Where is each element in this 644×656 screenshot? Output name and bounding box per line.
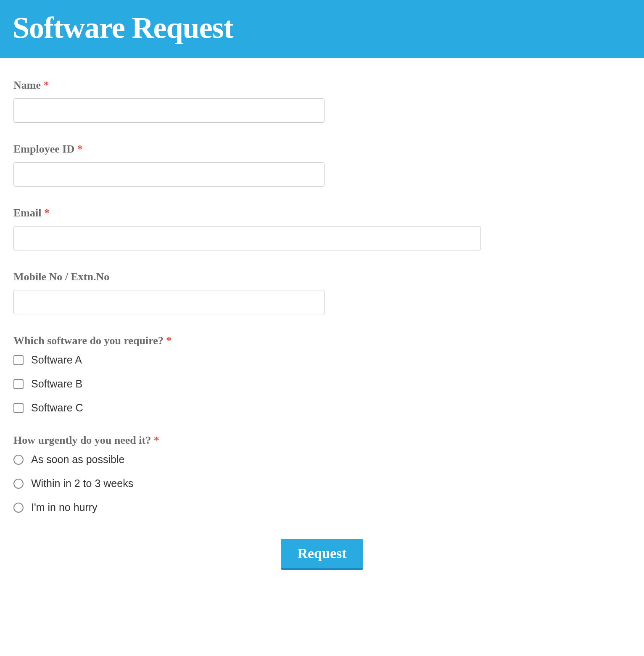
software-option-row: Software A <box>13 354 631 366</box>
employee-id-group: Employee ID * <box>13 143 631 187</box>
urgency-no-hurry-radio[interactable] <box>13 503 24 513</box>
software-option-row: Software C <box>13 402 631 414</box>
name-group: Name * <box>13 79 631 123</box>
software-c-label[interactable]: Software C <box>31 402 83 414</box>
urgency-asap-radio[interactable] <box>13 455 24 465</box>
email-label-text: Email <box>13 207 41 219</box>
required-indicator: * <box>44 207 50 219</box>
mobile-input[interactable] <box>13 290 325 314</box>
software-group: Which software do you require? * Softwar… <box>13 335 631 414</box>
software-c-checkbox[interactable] <box>13 403 24 413</box>
urgency-weeks-radio[interactable] <box>13 479 24 489</box>
email-group: Email * <box>13 207 631 250</box>
software-label: Which software do you require? * <box>13 335 631 347</box>
employee-id-label-text: Employee ID <box>13 143 74 155</box>
email-input[interactable] <box>13 226 481 250</box>
software-options: Software A Software B Software C <box>13 354 631 414</box>
urgency-label: How urgently do you need it? * <box>13 434 631 447</box>
email-label: Email * <box>13 207 631 219</box>
urgency-option-row: Within in 2 to 3 weeks <box>13 477 631 490</box>
software-a-label[interactable]: Software A <box>31 354 82 366</box>
mobile-group: Mobile No / Extn.No <box>13 271 631 314</box>
urgency-options: As soon as possible Within in 2 to 3 wee… <box>13 453 631 514</box>
required-indicator: * <box>166 335 172 347</box>
request-button[interactable]: Request <box>281 539 362 570</box>
mobile-label-text: Mobile No / Extn.No <box>13 271 109 283</box>
mobile-label: Mobile No / Extn.No <box>13 271 631 283</box>
required-indicator: * <box>77 143 83 155</box>
header: Software Request <box>0 0 644 58</box>
software-label-text: Which software do you require? <box>13 335 164 347</box>
urgency-label-text: How urgently do you need it? <box>13 434 151 446</box>
form-container: Name * Employee ID * Email * Mobile No /… <box>0 58 644 595</box>
employee-id-label: Employee ID * <box>13 143 631 155</box>
urgency-group: How urgently do you need it? * As soon a… <box>13 434 631 514</box>
software-b-checkbox[interactable] <box>13 379 24 389</box>
employee-id-input[interactable] <box>13 162 325 187</box>
required-indicator: * <box>154 434 159 446</box>
urgency-no-hurry-label[interactable]: I'm in no hurry <box>31 501 98 514</box>
name-label-text: Name <box>13 79 41 91</box>
urgency-asap-label[interactable]: As soon as possible <box>31 453 124 466</box>
name-label: Name * <box>13 79 631 92</box>
software-option-row: Software B <box>13 378 631 390</box>
name-input[interactable] <box>13 98 325 123</box>
button-container: Request <box>13 539 631 570</box>
page-title: Software Request <box>13 11 631 45</box>
urgency-option-row: I'm in no hurry <box>13 501 631 514</box>
urgency-option-row: As soon as possible <box>13 453 631 466</box>
software-a-checkbox[interactable] <box>13 355 24 365</box>
software-b-label[interactable]: Software B <box>31 378 82 390</box>
urgency-weeks-label[interactable]: Within in 2 to 3 weeks <box>31 477 133 490</box>
required-indicator: * <box>43 79 49 91</box>
